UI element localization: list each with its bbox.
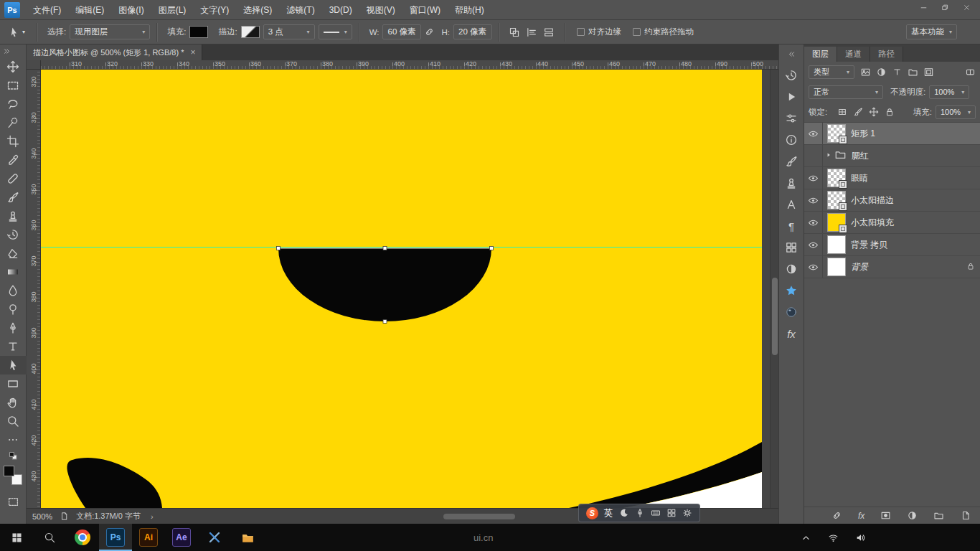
quick-select-tool-button[interactable] [0,113,27,132]
styles-fx-panel-button[interactable]: fx [779,323,804,344]
ruler-corner[interactable] [27,60,41,70]
blend-mode-dropdown[interactable]: 正常▾ [809,85,883,99]
path-alignment-button[interactable] [523,24,540,41]
document-tab-close-icon[interactable]: × [190,47,195,57]
menu-item-11[interactable]: 帮助(H) [448,0,491,20]
pen-tool-button[interactable] [0,319,27,337]
link-dimensions-icon[interactable] [421,24,438,41]
swatches-panel-button[interactable] [779,237,804,258]
type-layer-filter-button[interactable] [890,65,904,79]
vertical-scrollbar-thumb[interactable] [772,278,778,355]
history-panel-button[interactable] [779,65,804,86]
menu-item-5[interactable]: 文字(Y) [193,0,236,20]
zoom-tool-button[interactable] [0,412,27,430]
ime-pen-button[interactable] [635,508,645,518]
default-colors-button[interactable] [0,449,27,462]
eyedropper-tool-button[interactable] [0,151,27,169]
document-status-icon[interactable] [60,512,69,521]
rectangle-tool-button[interactable] [0,375,27,393]
layer-visibility-toggle[interactable] [804,167,823,189]
taskbar-aftereffects-button[interactable]: Ae [165,524,198,551]
ime-keyboard-button[interactable] [651,508,661,518]
ime-grid-button[interactable] [666,508,677,518]
minimize-button[interactable] [913,0,934,16]
ime-language-indicator[interactable]: 英 [604,507,613,519]
crop-tool-button[interactable] [0,132,27,151]
ime-toolbar[interactable]: S 英 [578,504,700,522]
lock-all-button[interactable] [882,105,896,119]
add-mask-button[interactable] [877,507,894,524]
tray-network-button[interactable] [825,529,842,546]
width-input[interactable]: 60 像素 [382,24,421,39]
marquee-tool-button[interactable] [0,76,27,95]
constrain-path-checkbox[interactable]: 约束路径拖动 [633,27,694,37]
healing-tool-button[interactable] [0,169,27,188]
lasso-tool-button[interactable] [0,95,27,113]
layer-visibility-toggle[interactable] [804,234,823,255]
clone-stamp-tool-button[interactable] [0,207,27,225]
properties-panel-button[interactable] [779,108,804,129]
more-tools-button[interactable] [0,430,27,449]
layer-visibility-toggle[interactable] [804,123,823,144]
layer-thumbnail[interactable] [827,258,846,276]
transform-handle[interactable] [277,247,281,250]
menu-item-6[interactable]: 选择(S) [236,0,279,20]
layer-row[interactable]: 矩形 1 [804,123,980,145]
layer-visibility-toggle[interactable] [804,145,823,166]
adjustments-panel-button[interactable] [779,258,804,280]
menu-item-1[interactable]: 文件(F) [26,0,68,20]
taskbar-tool-button[interactable] [198,524,231,551]
character-panel-button[interactable] [779,194,804,215]
layer-thumbnail[interactable] [827,124,846,143]
stroke-width-dropdown[interactable]: 3 点▾ [263,24,315,39]
restore-button[interactable] [934,0,956,16]
move-tool-button[interactable] [0,57,27,76]
layer-row[interactable]: 背景 拷贝 [804,234,980,256]
history-brush-tool-button[interactable] [0,225,27,244]
group-filter-button[interactable] [906,65,920,79]
layer-row[interactable]: 小太阳填充 [804,212,980,234]
close-button[interactable] [956,0,977,16]
menu-item-9[interactable]: 视图(V) [359,0,402,20]
menu-item-8[interactable]: 3D(D) [322,0,359,20]
tray-chevron-up-button[interactable] [798,529,814,546]
canvas[interactable] [41,70,762,508]
info-panel-button[interactable] [779,129,804,151]
align-edges-checkbox[interactable]: 对齐边缘 [577,27,621,37]
layer-visibility-toggle[interactable] [804,189,823,211]
menu-item-2[interactable]: 编辑(E) [68,0,111,20]
new-adjustment-button[interactable] [904,507,920,524]
lock-position-button[interactable] [867,105,880,119]
blur-tool-button[interactable] [0,281,27,300]
layer-row[interactable]: 腮红 [804,145,980,167]
layer-filter-dropdown[interactable]: 类型▾ [809,65,854,79]
canvas-svg[interactable] [41,70,762,508]
transform-handle[interactable] [383,320,387,324]
layer-fill-dropdown[interactable]: 100%▾ [936,105,976,119]
layer-row[interactable]: 眼睛 [804,167,980,189]
layer-style-fx-button[interactable]: fx [855,507,867,524]
fill-swatch[interactable] [189,26,208,38]
transform-handle[interactable] [383,247,387,250]
layer-visibility-toggle[interactable] [804,212,823,233]
taskbar-chrome-button[interactable] [66,524,99,551]
sogou-logo-icon[interactable]: S [586,507,598,519]
status-menu-chevron-icon[interactable]: › [151,512,154,521]
transform-handle[interactable] [490,247,494,250]
zoom-level-field[interactable]: 500% [32,512,52,521]
taskbar-illustrator-button[interactable]: Ai [132,524,165,551]
dodge-tool-button[interactable] [0,300,27,319]
height-input[interactable]: 20 像素 [453,24,492,39]
layer-filter-toggle[interactable] [965,67,976,77]
vertical-ruler[interactable]: 320330340350360370380390400410420430 [27,70,41,508]
paragraph-panel-button[interactable]: ¶ [779,215,804,237]
layer-thumbnail[interactable] [827,169,846,187]
brush-settings-panel-button[interactable] [779,151,804,172]
lock-transparent-button[interactable] [835,105,849,119]
type-tool-button[interactable] [0,337,27,356]
ime-settings-button[interactable] [682,508,692,518]
taskbar-photoshop-button[interactable]: Ps [99,524,132,551]
new-layer-button[interactable] [957,507,974,524]
layer-thumbnail[interactable] [827,235,846,254]
path-arrangement-button[interactable] [540,24,557,41]
